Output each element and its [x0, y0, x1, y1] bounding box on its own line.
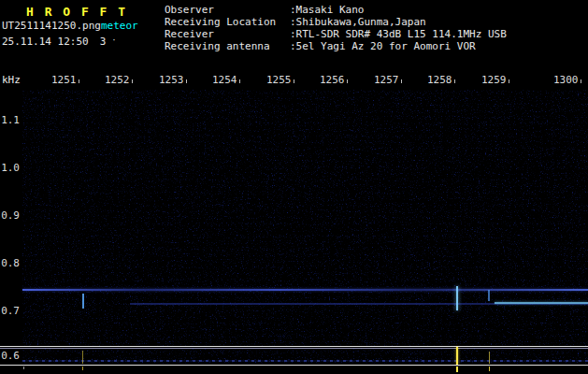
event-mark-1	[82, 351, 83, 364]
x-tick-label: 1255	[266, 74, 294, 86]
meteor-echo-3	[488, 290, 490, 301]
x-tick-label: 1257	[374, 74, 402, 86]
carrier-trace-direct	[22, 289, 588, 291]
x-tick-label: 1258	[427, 74, 455, 86]
x-tick-label: 1252	[105, 74, 133, 86]
meteor-echo-2	[456, 286, 458, 310]
x-tick-label: 1300	[553, 74, 581, 86]
info-label: Receiver	[165, 28, 290, 40]
strip-top-border	[0, 346, 588, 347]
event-mark-3	[489, 352, 490, 364]
y-tick-label: 1.1	[0, 114, 20, 126]
y-tick-label: 0.8	[0, 257, 20, 269]
x-tick-label: 1256	[320, 74, 348, 86]
info-row-receiver: Receiver :RTL-SDR SDR# 43dB L15 114.1MHz…	[165, 28, 507, 40]
filename-line: UT2511141250.pngmeteor	[2, 20, 138, 32]
marker-dot: ·	[111, 36, 116, 45]
bottom-tick-origin	[23, 367, 24, 369]
info-row-antenna: Receiving antenna :5el Yagi Az 20 for Ao…	[165, 40, 507, 52]
filename: UT2511141250.png	[2, 20, 101, 32]
carrier-trace-secondary-bright-segment	[495, 302, 588, 304]
info-row-observer: Observer :Masaki Kano	[165, 4, 507, 16]
y-tick-label: 0.9	[0, 209, 20, 222]
datetime-line: 25.11.14 12:503·	[2, 36, 117, 48]
x-tick-label: 1253	[159, 74, 187, 86]
spectrogram-plot	[22, 90, 588, 346]
info-value: :Masaki Kano	[290, 4, 364, 16]
y-tick-label: 0.6	[0, 350, 20, 362]
bottom-tick-event-1	[82, 367, 83, 370]
strip-bottom-border	[0, 365, 588, 366]
noise-texture	[22, 90, 588, 346]
signal-level-baseline	[22, 360, 588, 362]
datetime: 25.11.14 12:50	[2, 36, 89, 48]
event-mark-2	[456, 347, 458, 365]
info-table: Observer :Masaki Kano Receiving Location…	[165, 4, 507, 52]
bottom-tick-event-2	[456, 367, 458, 372]
info-label: Receiving Location	[165, 16, 290, 28]
station-label: meteor	[101, 20, 138, 32]
x-tick-label: 1254	[212, 74, 240, 86]
x-tick-label: 1251	[51, 74, 79, 86]
x-tick-label: 1259	[481, 74, 509, 86]
echo-count: 3	[100, 36, 107, 48]
info-label: Observer	[165, 4, 290, 16]
x-axis-labels: 1251 1252 1253 1254 1255 1256 1257 1258 …	[0, 74, 588, 87]
app-title: H R O F F T	[26, 5, 127, 19]
bottom-tick-event-3	[489, 367, 490, 371]
info-label: Receiving antenna	[165, 40, 290, 52]
hrofft-screen: H R O F F T UT2511141250.pngmeteor 25.11…	[0, 0, 588, 374]
info-value: :5el Yagi Az 20 for Aomori VOR	[290, 40, 476, 52]
meteor-echo-1	[82, 294, 84, 309]
info-row-location: Receiving Location :Shibukawa,Gunma,Japa…	[165, 16, 507, 28]
info-value: :Shibukawa,Gunma,Japan	[290, 16, 426, 28]
y-tick-label: 0.7	[0, 305, 20, 317]
y-tick-label: 1.0	[0, 162, 20, 174]
info-value: :RTL-SDR SDR# 43dB L15 114.1MHz USB	[290, 28, 507, 40]
